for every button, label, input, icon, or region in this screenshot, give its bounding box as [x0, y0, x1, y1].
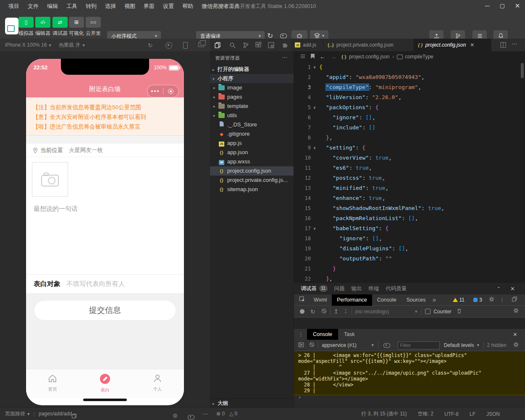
source-control-icon[interactable]	[242, 42, 249, 49]
list-icon[interactable]	[300, 53, 306, 60]
explorer-more-icon[interactable]: ⋯	[282, 54, 288, 60]
more-actions-icon[interactable]: ⋯	[512, 40, 517, 47]
devtools-settings-icon[interactable]	[488, 296, 495, 304]
tab-confession[interactable]: 表白	[90, 373, 120, 393]
more-tabs-icon[interactable]: »	[433, 296, 436, 304]
console-prompt-icon[interactable]: ›	[298, 394, 301, 400]
breadcrumb-symbol[interactable]: compileType	[405, 54, 433, 60]
tab-project-config[interactable]: { } project.config.json ✕	[414, 39, 491, 51]
close-tab-icon[interactable]: ✕	[470, 42, 474, 48]
message-textarea[interactable]: 最想说的一句话	[34, 205, 78, 213]
menu-goto[interactable]: 转到	[81, 0, 101, 13]
phone-simulator[interactable]: 22:52 100% 附近表白墙 【注】当前所发信息将覆盖周边50公里范围 【意…	[26, 59, 184, 405]
collapse-panel-icon[interactable]: ⌃	[497, 286, 501, 291]
language-mode[interactable]: JSON	[486, 411, 500, 417]
search-icon[interactable]	[229, 42, 236, 49]
console-filter-input[interactable]	[398, 341, 440, 349]
log-levels-select[interactable]: Default levels	[444, 342, 474, 348]
tree-item-image[interactable]: ▸image	[210, 83, 294, 92]
code-content[interactable]: 1∨{2"appid": "wxa8a0987b05074943",3"comp…	[294, 62, 525, 284]
visualization-toggle-button[interactable]: ⊞ 可视化	[68, 17, 85, 37]
menu-project[interactable]: 项目	[4, 0, 24, 13]
context-select[interactable]: appservice (#1)	[322, 342, 357, 348]
task-tab[interactable]: Task	[338, 329, 361, 340]
eol[interactable]: LF	[470, 411, 475, 417]
outline-section[interactable]: ▸大纲	[210, 398, 294, 407]
tab-code-quality[interactable]: 代码质量	[386, 283, 407, 294]
minimize-button[interactable]: ─	[480, 0, 495, 13]
tab-project-private-config[interactable]: {..} project.private.config.json	[323, 39, 414, 51]
inspect-element-icon[interactable]	[299, 296, 305, 304]
page-path-select[interactable]: 页面路径 ▼	[5, 408, 30, 420]
capsule-menu[interactable]	[147, 85, 179, 97]
page-path-value[interactable]: pages/add/add	[39, 408, 72, 420]
clear-icon[interactable]	[321, 308, 327, 315]
tab-add-js[interactable]: JS add.js	[291, 39, 323, 51]
cursor-position[interactable]: 行 3, 列 15 (选中 11)	[361, 410, 407, 417]
editor-scrollbar[interactable]	[521, 63, 524, 78]
device-select[interactable]: iPhone X 100% 16 ▼	[5, 39, 52, 52]
tab-home[interactable]: 首页	[38, 373, 67, 392]
console-settings-icon[interactable]	[513, 341, 519, 349]
tree-item-project-config-json[interactable]: {}project.config.json	[210, 166, 294, 176]
files-icon[interactable]	[214, 42, 221, 49]
recordings-select[interactable]: (no recordings)	[355, 309, 389, 315]
devtools-tab-wxml[interactable]: Wxml	[309, 294, 332, 306]
indentation[interactable]: 空格: 2	[418, 410, 433, 417]
menu-view[interactable]: 视图	[120, 0, 139, 13]
tab-problems[interactable]: 问题	[334, 283, 345, 294]
tab-profile[interactable]: 个人	[143, 373, 172, 392]
console-sidebar-icon[interactable]	[298, 342, 304, 349]
load-profile-icon[interactable]: ↥	[334, 308, 339, 315]
reload-icon[interactable]: ↻	[310, 308, 315, 315]
section-miniprogram[interactable]: ▾小程序	[210, 74, 294, 83]
menu-settings[interactable]: 设置	[159, 0, 178, 13]
status-more-icon[interactable]: ⋯	[202, 408, 208, 420]
extensions-icon[interactable]	[255, 42, 262, 49]
copy-path-icon[interactable]	[71, 411, 77, 420]
editor-toggle-button[interactable]: ‹/› 编辑器	[34, 17, 51, 37]
record-button[interactable]	[300, 309, 304, 314]
tab-terminal[interactable]: 终端	[369, 283, 379, 294]
menu-edit[interactable]: 编辑	[43, 0, 62, 13]
submit-button[interactable]: 提交信息	[34, 301, 176, 320]
menu-file[interactable]: 文件	[24, 0, 43, 13]
tree-item-app-wxss[interactable]: Wapp.wxss	[210, 157, 294, 166]
debugger-toggle-button[interactable]: ⇄ 调试器	[52, 17, 68, 37]
tree-item-gitignore[interactable]: ◆.gitignore	[210, 129, 294, 139]
rotate-device-icon[interactable]	[183, 42, 188, 49]
close-drawer-icon[interactable]: ✕	[513, 331, 517, 338]
target-input[interactable]: 不填写代表向所有人	[66, 280, 125, 289]
tree-item-sitemap-json[interactable]: {}sitemap.json	[210, 185, 294, 194]
menu-tools[interactable]: 工具	[62, 0, 81, 13]
tree-item-project-private-config[interactable]: {}project.private.config.js...	[210, 176, 294, 185]
maximize-button[interactable]: ▢	[495, 0, 510, 13]
breadcrumb-file[interactable]: project.config.json	[349, 54, 390, 60]
tree-item-app-json[interactable]: {}app.json	[210, 148, 294, 157]
menu-select[interactable]: 选择	[101, 0, 120, 13]
vconsole-icon[interactable]	[172, 411, 178, 420]
devtools-more-icon[interactable]: ⋮	[499, 297, 505, 303]
record-icon[interactable]	[165, 42, 172, 49]
code-editor[interactable]: ← → { } project.config.json › compileTyp…	[294, 51, 525, 282]
bookmark-icon[interactable]	[311, 54, 315, 60]
menu-interface[interactable]: 界面	[139, 0, 159, 13]
watch-icon[interactable]	[188, 412, 194, 420]
menu-devtools[interactable]: 微信开发者工具	[197, 0, 244, 13]
marker-counter[interactable]: 3	[469, 297, 482, 303]
section-open-editors[interactable]: ▸打开的编辑器	[210, 65, 294, 74]
devtools-tab-console[interactable]: Console	[372, 294, 402, 306]
clear-console-icon[interactable]	[309, 342, 315, 349]
drawer-more-icon[interactable]: ⋮	[298, 331, 304, 338]
hot-reload-select[interactable]: 热重载 开 ▼	[59, 39, 86, 52]
trash-icon[interactable]	[457, 308, 462, 315]
tree-item-template[interactable]: ▸template	[210, 102, 294, 111]
image-upload-button[interactable]	[32, 162, 68, 197]
nav-back-icon[interactable]: ←	[320, 53, 326, 60]
nav-forward-icon[interactable]: →	[331, 53, 336, 60]
tree-item-ds-store[interactable]: ._.DS_Store	[210, 120, 294, 129]
simulator-toggle-button[interactable]: ▯ 模拟器	[18, 17, 34, 37]
refresh-icon[interactable]: ↻	[148, 42, 153, 49]
target-row[interactable]: 表白对象 不填写代表向所有人	[26, 274, 184, 293]
cloud-dev-button[interactable]: ○○ 云开发	[85, 17, 102, 37]
